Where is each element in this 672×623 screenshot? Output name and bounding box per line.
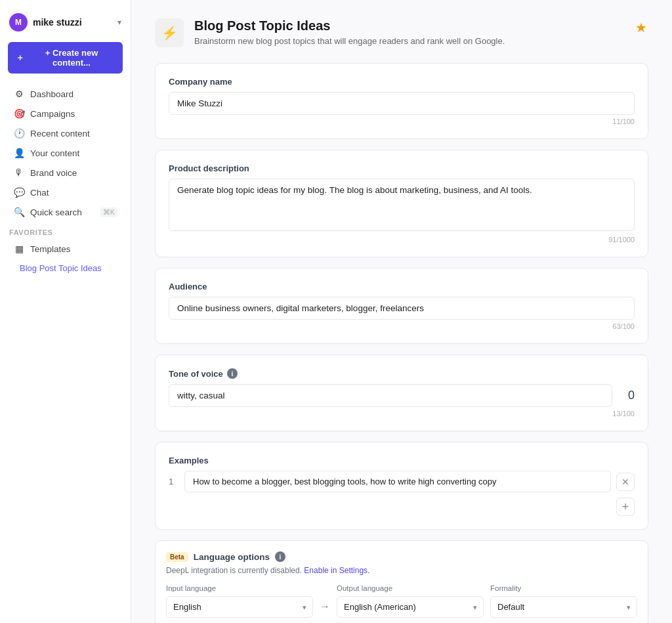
sidebar: M mike stuzzi ▾ ＋ + Create new content..… bbox=[0, 0, 131, 623]
company-name-card: Company name 11/100 bbox=[155, 63, 648, 139]
lightning-icon: ⚡ bbox=[161, 25, 178, 41]
chat-icon: 💬 bbox=[13, 187, 25, 198]
plus-icon: ＋ bbox=[16, 52, 24, 64]
formality-label: Formality bbox=[490, 584, 637, 592]
search-icon: 🔍 bbox=[13, 207, 25, 217]
sidebar-item-label: Quick search bbox=[30, 207, 82, 217]
product-desc-input[interactable]: Generate blog topic ideas for my blog. T… bbox=[169, 179, 635, 231]
sidebar-item-label: Brand voice bbox=[30, 168, 77, 178]
output-lang-label: Output language bbox=[337, 584, 484, 592]
audience-card: Audience 63/100 bbox=[155, 268, 648, 344]
tone-label: Tone of voice i bbox=[169, 368, 635, 379]
sidebar-item-label: Campaigns bbox=[30, 109, 75, 119]
sidebar-item-label: Blog Post Topic Ideas bbox=[20, 263, 102, 273]
favorites-label: Favorites bbox=[0, 222, 131, 239]
language-desc: DeepL integration is currently disabled.… bbox=[166, 566, 637, 575]
sidebar-item-label: Dashboard bbox=[30, 89, 74, 99]
sidebar-item-brand-voice[interactable]: 🎙 Brand voice bbox=[4, 163, 127, 183]
favorite-button[interactable]: ★ bbox=[634, 18, 648, 37]
main-content: ⚡ Blog Post Topic Ideas Brainstorm new b… bbox=[131, 0, 672, 623]
input-lang-label: Input language bbox=[166, 584, 313, 592]
template-icon: ⚡ bbox=[155, 18, 184, 47]
examples-card: Examples 1 ✕ + bbox=[155, 442, 648, 530]
user-menu[interactable]: M mike stuzzi ▾ bbox=[0, 8, 131, 42]
input-language-select[interactable]: English bbox=[166, 596, 313, 618]
campaigns-icon: 🎯 bbox=[13, 108, 25, 119]
templates-icon: ▦ bbox=[13, 244, 25, 254]
sidebar-item-chat[interactable]: 💬 Chat bbox=[4, 183, 127, 202]
recent-content-icon: 🕐 bbox=[13, 128, 25, 139]
sidebar-item-your-content[interactable]: 👤 Your content bbox=[4, 143, 127, 163]
tone-char-count: 13/100 bbox=[169, 410, 635, 418]
sidebar-item-label: Recent content bbox=[30, 129, 90, 139]
create-new-content-button[interactable]: ＋ + Create new content... bbox=[8, 42, 123, 74]
company-name-input[interactable] bbox=[169, 92, 635, 115]
arrow-separator: → bbox=[320, 601, 330, 618]
sidebar-item-label: Templates bbox=[30, 244, 71, 254]
language-options-section: Beta Language options i DeepL integratio… bbox=[155, 540, 648, 623]
language-options-title: Language options bbox=[194, 552, 270, 562]
company-name-char-count: 11/100 bbox=[169, 118, 635, 125]
audience-char-count: 63/100 bbox=[169, 322, 635, 330]
chevron-down-icon: ▾ bbox=[117, 18, 121, 27]
example-number: 1 bbox=[169, 477, 179, 486]
enable-settings-link[interactable]: Enable in Settings. bbox=[304, 566, 369, 575]
language-options-info-icon[interactable]: i bbox=[275, 551, 285, 562]
audience-input[interactable] bbox=[169, 297, 635, 320]
examples-label: Examples bbox=[169, 456, 635, 465]
tone-card: Tone of voice i 0 13/100 bbox=[155, 354, 648, 431]
sidebar-item-label: Chat bbox=[30, 188, 49, 198]
sidebar-item-recent-content[interactable]: 🕐 Recent content bbox=[4, 123, 127, 143]
tone-number: 0 bbox=[619, 389, 635, 402]
avatar: M bbox=[9, 13, 28, 32]
page-description: Brainstorm new blog post topics that wil… bbox=[194, 36, 623, 46]
tone-info-icon[interactable]: i bbox=[227, 368, 238, 379]
your-content-icon: 👤 bbox=[13, 148, 25, 158]
add-example-button[interactable]: + bbox=[616, 498, 635, 516]
example-row: 1 ✕ bbox=[169, 471, 635, 492]
example-input[interactable] bbox=[184, 471, 611, 492]
page-header: ⚡ Blog Post Topic Ideas Brainstorm new b… bbox=[155, 18, 648, 47]
product-desc-label: Product description bbox=[169, 163, 635, 173]
formality-select[interactable]: Default bbox=[490, 596, 637, 618]
product-desc-card: Product description Generate blog topic … bbox=[155, 150, 648, 257]
remove-example-button[interactable]: ✕ bbox=[616, 473, 635, 491]
sidebar-item-campaigns[interactable]: 🎯 Campaigns bbox=[4, 104, 127, 123]
sidebar-item-quick-search[interactable]: 🔍 Quick search ⌘K bbox=[4, 202, 127, 222]
tone-input[interactable] bbox=[169, 384, 612, 407]
output-language-select[interactable]: English (American) bbox=[337, 596, 484, 618]
sidebar-item-blog-post-topic-ideas[interactable]: Blog Post Topic Ideas bbox=[4, 259, 127, 278]
sidebar-item-templates[interactable]: ▦ Templates bbox=[4, 239, 127, 259]
create-btn-label: + Create new content... bbox=[28, 48, 115, 68]
audience-label: Audience bbox=[169, 282, 635, 291]
beta-badge: Beta bbox=[166, 552, 188, 562]
sidebar-item-label: Your content bbox=[30, 148, 79, 158]
sidebar-item-dashboard[interactable]: ⚙ Dashboard bbox=[4, 84, 127, 104]
company-name-label: Company name bbox=[169, 77, 635, 87]
keyboard-shortcut: ⌘K bbox=[100, 207, 117, 217]
dashboard-icon: ⚙ bbox=[13, 89, 25, 99]
brand-voice-icon: 🎙 bbox=[13, 167, 25, 178]
page-title: Blog Post Topic Ideas bbox=[194, 18, 623, 33]
username: mike stuzzi bbox=[33, 17, 82, 28]
product-desc-char-count: 91/1000 bbox=[169, 236, 635, 244]
